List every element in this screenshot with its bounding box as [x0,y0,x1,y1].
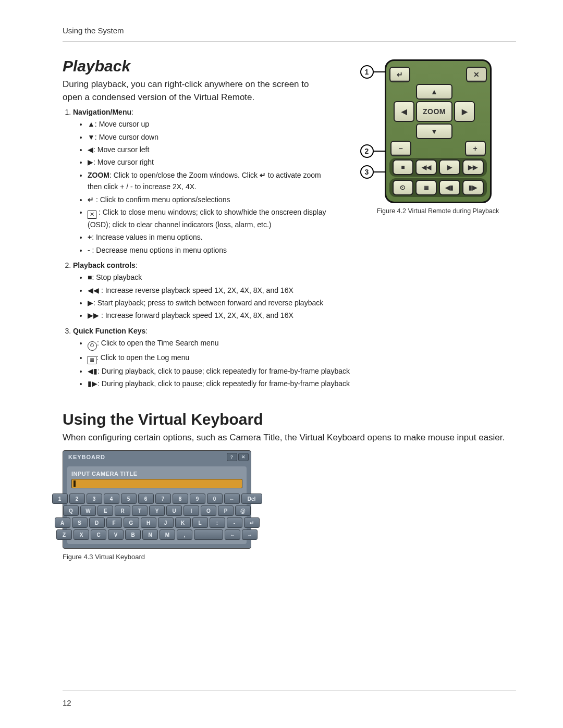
key-←[interactable]: ← [224,493,240,504]
key-k[interactable]: K [175,517,191,528]
list-title-playback: Playback controls [73,261,136,269]
key-←[interactable]: ← [225,529,240,540]
minus-button[interactable]: − [390,141,411,156]
vk-text-input[interactable] [71,479,242,488]
callout-3: 3 [360,165,374,179]
list-item: ▲: Move cursor up [88,118,334,130]
key-2[interactable]: 2 [69,493,85,504]
list-item: +: Increase values in menu options. [88,231,334,243]
list-item: ◀: Move cursor left [88,144,334,155]
key-w[interactable]: W [80,505,96,516]
key-g[interactable]: G [124,517,139,528]
fast-forward-icon: ▶▶ [88,311,99,319]
key-b[interactable]: B [125,529,141,540]
key-f[interactable]: F [106,517,122,528]
up-arrow-icon[interactable]: ▲ [416,84,452,100]
rewind-icon: ◀◀ [88,286,99,294]
stop-icon[interactable]: ■ [393,159,414,175]
plus-button[interactable]: + [465,141,486,156]
close-icon[interactable]: ✕ [466,67,487,82]
running-header: Using the System [63,26,516,42]
key-h[interactable]: H [141,517,156,528]
key-d[interactable]: D [89,517,105,528]
key-@[interactable]: @ [235,505,251,516]
playback-intro: During playback, you can right-click any… [63,78,318,104]
key-v[interactable]: V [108,529,124,540]
key-1[interactable]: 1 [52,493,68,504]
log-box-icon: ≣ [88,356,96,364]
rewind-icon[interactable]: ◀◀ [415,159,437,175]
key--[interactable]: - [227,517,242,528]
key-t[interactable]: T [132,505,148,516]
down-triangle-icon: ▼ [88,133,95,141]
left-arrow-icon[interactable]: ◀ [394,101,414,122]
list-item: - : Decrease menu options in menu option… [88,244,334,256]
nav-menu-list: Navigation/Menu: ▲: Move cursor up ▼: Mo… [63,108,334,256]
key-→[interactable]: → [242,529,258,540]
page-footer: 12 [63,690,516,707]
vk-row-3: ASDFGHJKL:-↵ [55,517,260,528]
list-item: ▼: Move cursor down [88,131,334,143]
key-,[interactable]: , [177,529,192,540]
virtual-keyboard-heading: Using the Virtual Keyboard [63,411,516,428]
key-3[interactable]: 3 [87,493,102,504]
playback-strip: ■ ◀◀ ▶ ▶▶ [389,158,487,177]
key-8[interactable]: 8 [173,493,188,504]
key-p[interactable]: P [218,505,234,516]
key-i[interactable]: I [183,505,199,516]
key-j[interactable]: J [158,517,174,528]
key-y[interactable]: Y [149,505,165,516]
step-back-icon[interactable]: ◀▮ [439,180,460,195]
frame-fwd-icon: ▮▶ [88,379,97,388]
key-o[interactable]: O [201,505,216,516]
down-arrow-icon[interactable]: ▼ [416,124,452,139]
list-item: ↵ : Click to confirm menu options/select… [88,194,334,205]
right-triangle-icon: ▶ [88,158,93,166]
window-close-icon[interactable]: ✕ [238,453,249,461]
list-item: ≣: Click to open the Log menu [88,352,516,364]
key-0[interactable]: 0 [207,493,223,504]
virtual-keyboard-intro: When configuring certain options, such a… [63,431,516,445]
key-4[interactable]: 4 [104,493,119,504]
log-icon[interactable]: ≣ [415,180,437,195]
vk-field-label: INPUT CAMERA TITLE [71,471,242,477]
key-␣[interactable] [194,529,223,540]
key-:[interactable]: : [210,517,225,528]
key-s[interactable]: S [72,517,88,528]
key-5[interactable]: 5 [121,493,137,504]
key-a[interactable]: A [55,517,70,528]
enter-icon: ↵ [88,195,94,204]
key-e[interactable]: E [97,505,113,516]
list-item: ⏲: Click to open the Time Search menu [88,337,516,351]
key-n[interactable]: N [142,529,158,540]
list-item: ▶▶ : Increase forward playback speed 1X,… [88,310,516,321]
time-search-icon[interactable]: ⏲ [393,180,414,195]
callout-1: 1 [360,65,374,79]
key-l[interactable]: L [192,517,208,528]
function-strip: ⏲ ≣ ◀▮ ▮▶ [389,178,487,197]
key-r[interactable]: R [115,505,130,516]
key-c[interactable]: C [91,529,106,540]
vk-window-title: KEYBOARD [68,454,105,460]
key-u[interactable]: U [166,505,182,516]
virtual-remote: 1 2 3 ↵ ✕ ▲ ◀ ZOOM ▶ ▼ [385,59,492,203]
play-icon[interactable]: ▶ [439,159,460,175]
key-x[interactable]: X [74,529,89,540]
list-item: ◀▮: During playback, click to pause; cli… [88,365,516,377]
ffwd-icon[interactable]: ▶▶ [462,159,484,175]
key-7[interactable]: 7 [155,493,171,504]
key-q[interactable]: Q [63,505,79,516]
time-search-circle-icon: ⏲ [88,341,97,351]
help-icon[interactable]: ? [227,453,237,461]
key-9[interactable]: 9 [190,493,205,504]
right-arrow-icon[interactable]: ▶ [454,101,475,122]
key-↵[interactable]: ↵ [244,517,260,528]
key-z[interactable]: Z [56,529,72,540]
key-6[interactable]: 6 [138,493,154,504]
step-fwd-icon[interactable]: ▮▶ [462,180,484,195]
enter-icon[interactable]: ↵ [389,67,410,82]
key-m[interactable]: M [160,529,175,540]
zoom-button[interactable]: ZOOM [416,101,452,122]
key-del[interactable]: Del [241,493,262,504]
close-box-icon: ✕ [88,211,96,219]
